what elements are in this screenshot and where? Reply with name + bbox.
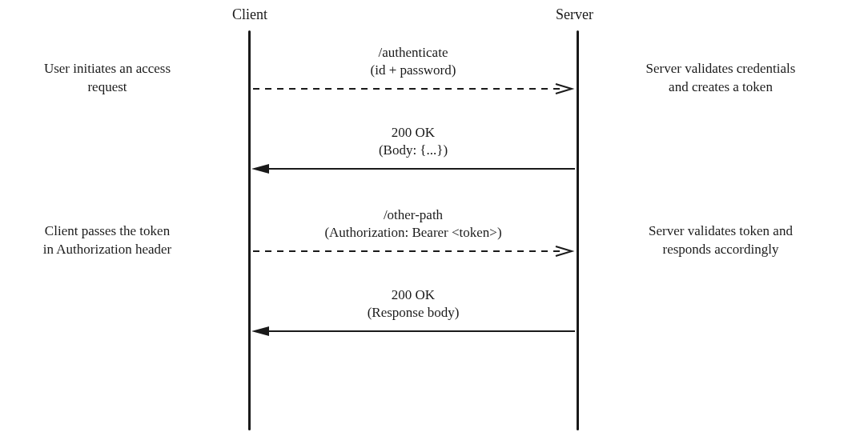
message-line: (Response body) (253, 304, 573, 322)
note-text: User initiates an accessrequest (11, 60, 203, 97)
message-line: (Authorization: Bearer <token>) (253, 224, 573, 242)
svg-marker-5 (251, 326, 269, 336)
note-client-1: User initiates an accessrequest (11, 60, 203, 97)
message-line: (id + password) (253, 62, 573, 79)
note-server-2: Server validates token andresponds accor… (625, 222, 817, 259)
message-line: (Body: {...}) (253, 142, 573, 159)
note-text: Server validates credentialsand creates … (625, 60, 817, 97)
arrow-4 (251, 326, 577, 342)
arrow-2 (251, 164, 577, 180)
note-text: Client passes the tokenin Authorization … (11, 222, 203, 259)
message-line: 200 OK (253, 286, 573, 304)
message-line: /other-path (253, 206, 573, 224)
message-4-label: 200 OK (Response body) (253, 286, 573, 322)
message-3-label: /other-path (Authorization: Bearer <toke… (253, 206, 573, 242)
lifeline-server (577, 30, 579, 430)
note-text: Server validates token andresponds accor… (625, 222, 817, 259)
lifeline-client (248, 30, 251, 430)
message-1-label: /authenticate (id + password) (253, 44, 573, 79)
arrow-1 (253, 84, 573, 100)
note-server-1: Server validates credentialsand creates … (625, 60, 817, 97)
svg-marker-2 (251, 164, 269, 174)
arrow-3 (253, 246, 573, 262)
message-line: /authenticate (253, 44, 573, 62)
message-2-label: 200 OK (Body: {...}) (253, 124, 573, 159)
note-client-2: Client passes the tokenin Authorization … (11, 222, 203, 259)
participant-client: Client (232, 6, 267, 23)
participant-server: Server (556, 6, 593, 23)
message-line: 200 OK (253, 124, 573, 142)
